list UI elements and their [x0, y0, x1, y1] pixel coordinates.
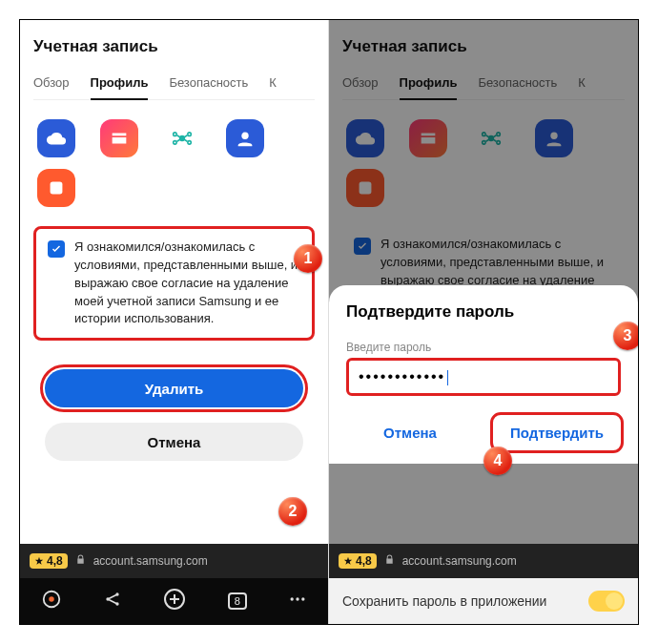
svg-point-9: [106, 597, 109, 600]
svg-point-4: [188, 141, 191, 144]
svg-point-15: [301, 597, 304, 600]
save-password-text: Сохранить пароль в приложении: [342, 593, 546, 609]
svg-point-10: [115, 592, 118, 595]
address-bar[interactable]: 4,8 account.samsung.com: [329, 544, 638, 578]
save-password-bar: Сохранить пароль в приложении: [329, 578, 638, 624]
svg-point-5: [241, 133, 248, 139]
svg-point-1: [174, 133, 176, 135]
tabs: Обзор Профиль Безопасность К: [33, 70, 315, 100]
svg-point-3: [174, 141, 176, 144]
confirm-password-sheet: Подтвердите пароль Введите пароль ••••••…: [329, 285, 638, 464]
home-icon[interactable]: [41, 589, 62, 613]
tab-profile[interactable]: Профиль: [91, 70, 149, 99]
svg-point-13: [291, 597, 294, 600]
svg-rect-6: [51, 182, 63, 195]
rating-badge: 4,8: [339, 553, 377, 569]
svg-point-14: [297, 597, 299, 600]
screenshot-step-1-2: Учетная запись Обзор Профиль Безопасност…: [20, 20, 329, 624]
themes-icon[interactable]: [100, 119, 138, 157]
add-icon[interactable]: [163, 588, 186, 614]
sheet-title: Подтвердите пароль: [346, 302, 621, 322]
page-title: Учетная запись: [33, 20, 315, 70]
save-password-toggle[interactable]: [588, 591, 625, 612]
url-text: account.samsung.com: [93, 554, 208, 568]
step-badge-1: 1: [294, 244, 322, 273]
menu-icon[interactable]: [288, 590, 307, 613]
svg-point-2: [188, 133, 191, 135]
svg-point-0: [180, 136, 185, 141]
step-badge-4: 4: [483, 447, 512, 475]
screenshot-step-3-4: Учетная запись Обзор Профиль Безопасност…: [329, 20, 638, 624]
svg-point-11: [115, 602, 118, 605]
password-label: Введите пароль: [346, 341, 621, 354]
tab-overview[interactable]: Обзор: [33, 70, 70, 99]
url-text: account.samsung.com: [402, 554, 517, 568]
tab-more[interactable]: К: [269, 70, 277, 99]
consent-text: Я ознакомился/ознакомилась с условиями, …: [74, 239, 300, 328]
consent-checkbox[interactable]: [48, 240, 65, 258]
password-input[interactable]: ••••••••••••: [346, 358, 621, 396]
delete-button[interactable]: Удалить: [45, 369, 303, 407]
penup-icon[interactable]: [37, 169, 75, 207]
cloud-icon[interactable]: [37, 119, 75, 157]
lock-icon: [75, 554, 86, 568]
share-icon[interactable]: [103, 590, 122, 613]
contacts-icon[interactable]: [226, 119, 264, 157]
step-badge-3: 3: [613, 322, 638, 350]
tab-security[interactable]: Безопасность: [169, 70, 248, 99]
lock-icon: [384, 554, 395, 568]
step-badge-2: 2: [278, 497, 307, 526]
sheet-cancel-button[interactable]: Отмена: [346, 415, 474, 450]
browser-navbar: 8: [20, 578, 328, 624]
consent-box: Я ознакомился/ознакомилась с условиями, …: [33, 226, 315, 341]
cancel-button[interactable]: Отмена: [45, 423, 303, 461]
address-bar[interactable]: 4,8 account.samsung.com: [20, 544, 328, 578]
tabs-count-icon[interactable]: 8: [228, 592, 247, 610]
smartthings-icon[interactable]: [163, 119, 201, 157]
rating-badge: 4,8: [30, 553, 68, 569]
sheet-confirm-button[interactable]: Подтвердить: [493, 415, 621, 450]
svg-point-8: [49, 596, 54, 602]
